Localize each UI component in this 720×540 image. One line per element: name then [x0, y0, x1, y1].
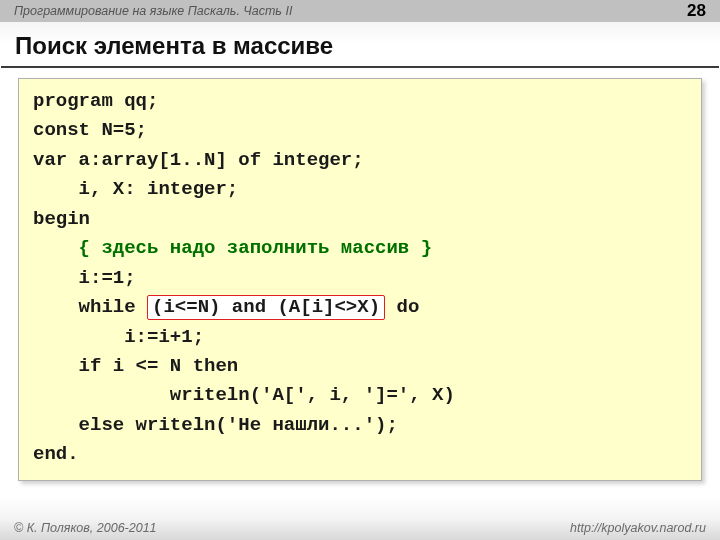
- slide-footer: © К. Поляков, 2006-2011 http://kpolyakov…: [0, 521, 720, 535]
- code-line: const N=5;: [33, 116, 687, 145]
- code-line: var a:array[1..N] of integer;: [33, 146, 687, 175]
- code-line: begin: [33, 205, 687, 234]
- slide-header: Программирование на языке Паскаль. Часть…: [0, 0, 720, 22]
- code-line: program qq;: [33, 87, 687, 116]
- code-line: i:=1;: [33, 264, 687, 293]
- code-highlight: (i<=N) and (A[i]<>X): [147, 295, 385, 320]
- code-line: i, X: integer;: [33, 175, 687, 204]
- code-block: program qq;const N=5;var a:array[1..N] o…: [18, 78, 702, 481]
- code-line: writeln('A[', i, ']=', X): [33, 381, 687, 410]
- copyright: © К. Поляков, 2006-2011: [14, 521, 157, 535]
- code-line: if i <= N then: [33, 352, 687, 381]
- code-line: i:=i+1;: [33, 323, 687, 352]
- source-url: http://kpolyakov.narod.ru: [570, 521, 706, 535]
- slide-title: Поиск элемента в массиве: [1, 22, 719, 68]
- course-title: Программирование на языке Паскаль. Часть…: [14, 0, 292, 22]
- code-comment: { здесь надо заполнить массив }: [79, 237, 432, 259]
- code-line: else writeln('Не нашли...');: [33, 411, 687, 440]
- code-line: end.: [33, 440, 687, 469]
- page-number: 28: [687, 0, 706, 22]
- code-line: { здесь надо заполнить массив }: [33, 234, 687, 263]
- code-line: while (i<=N) and (A[i]<>X) do: [33, 293, 687, 322]
